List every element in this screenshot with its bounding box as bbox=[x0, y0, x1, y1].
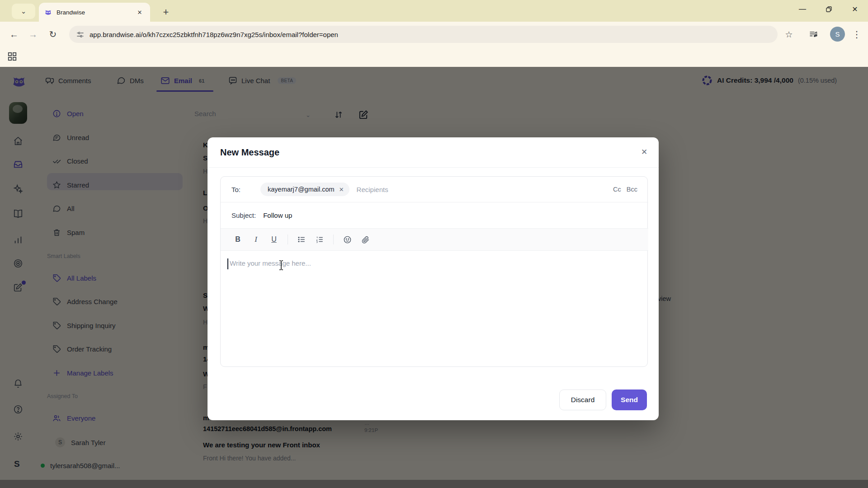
media-controls-icon[interactable] bbox=[808, 30, 818, 39]
browser-menu-icon[interactable]: ⋮ bbox=[849, 27, 864, 42]
url-text: app.brandwise.ai/o/kh7czxc25zbktfnh718pz… bbox=[90, 31, 338, 38]
reload-button[interactable]: ↻ bbox=[45, 27, 61, 42]
chevron-down-icon: ⌄ bbox=[21, 7, 27, 15]
remove-recipient-icon[interactable]: ✕ bbox=[339, 186, 344, 193]
message-placeholder: Write your message here... bbox=[230, 259, 311, 267]
numbered-list-button[interactable] bbox=[312, 232, 327, 247]
ibeam-cursor bbox=[278, 260, 284, 270]
tab-search-button[interactable]: ⌄ bbox=[12, 4, 35, 19]
address-bar[interactable]: app.brandwise.ai/o/kh7czxc25zbktfnh718pz… bbox=[69, 26, 778, 43]
compose-form: To: kayemarj7@gmail.com ✕ Recipients Cc … bbox=[220, 176, 648, 367]
modal-title: New Message bbox=[220, 147, 279, 158]
forward-button[interactable]: → bbox=[25, 27, 41, 42]
subject-label: Subject: bbox=[231, 211, 256, 219]
message-body-input[interactable]: Write your message here... bbox=[221, 251, 648, 367]
recipient-chip[interactable]: kayemarj7@gmail.com ✕ bbox=[260, 183, 349, 196]
bold-button[interactable]: B bbox=[231, 232, 245, 247]
back-button[interactable]: ← bbox=[6, 27, 22, 42]
new-message-modal: New Message ✕ To: kayemarj7@gmail.com ✕ … bbox=[208, 137, 659, 420]
attachment-button[interactable] bbox=[358, 232, 373, 247]
to-label: To: bbox=[231, 186, 241, 193]
send-button[interactable]: Send bbox=[612, 389, 647, 410]
site-settings-icon bbox=[76, 31, 84, 38]
cc-button[interactable]: Cc bbox=[613, 186, 621, 193]
tab-title: Brandwise bbox=[57, 9, 135, 16]
text-caret bbox=[227, 258, 228, 269]
subject-row[interactable]: Subject: Follow up bbox=[221, 202, 648, 228]
tab-close-icon[interactable]: ✕ bbox=[135, 7, 145, 17]
minimize-button[interactable]: — bbox=[789, 0, 816, 18]
discard-button[interactable]: Discard bbox=[559, 389, 606, 410]
browser-profile-avatar[interactable]: S bbox=[830, 27, 845, 42]
recipients-input[interactable]: Recipients bbox=[357, 186, 388, 193]
favicon-owl-icon bbox=[44, 9, 52, 16]
window-controls: — ✕ bbox=[789, 0, 868, 22]
editor-toolbar: B I U bbox=[221, 228, 648, 251]
recipient-chip-email: kayemarj7@gmail.com bbox=[268, 186, 335, 193]
underline-button[interactable]: U bbox=[267, 232, 281, 247]
browser-tab[interactable]: Brandwise ✕ bbox=[39, 3, 150, 22]
to-row: To: kayemarj7@gmail.com ✕ Recipients Cc … bbox=[221, 177, 648, 202]
bcc-button[interactable]: Bcc bbox=[627, 186, 637, 193]
bookmarks-bar bbox=[0, 47, 868, 67]
modal-close-icon[interactable]: ✕ bbox=[638, 145, 651, 158]
bullet-list-button[interactable] bbox=[294, 232, 309, 247]
emoji-button[interactable] bbox=[340, 232, 354, 247]
apps-grid-icon[interactable] bbox=[7, 52, 17, 61]
window-close-icon[interactable]: ✕ bbox=[842, 0, 868, 18]
new-tab-button[interactable]: + bbox=[159, 5, 173, 19]
browser-toolbar: ← → ↻ app.brandwise.ai/o/kh7czxc25zbktfn… bbox=[0, 22, 868, 47]
modal-header-divider bbox=[208, 167, 659, 168]
toolbar-divider bbox=[333, 235, 334, 244]
browser-tab-strip: ⌄ Brandwise ✕ + — ✕ bbox=[0, 0, 868, 22]
bookmark-star-icon[interactable]: ☆ bbox=[781, 27, 797, 42]
subject-input[interactable]: Follow up bbox=[263, 211, 292, 219]
maximize-button[interactable] bbox=[816, 0, 842, 18]
toolbar-divider bbox=[288, 235, 288, 244]
italic-button[interactable]: I bbox=[249, 232, 263, 247]
